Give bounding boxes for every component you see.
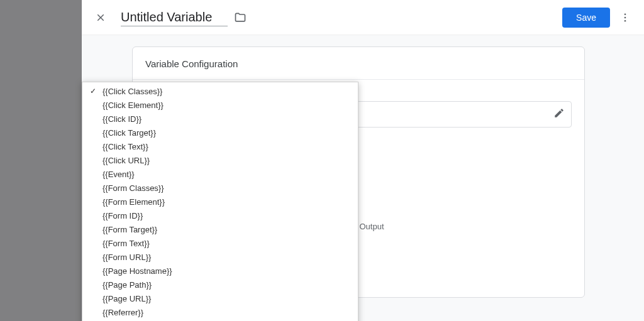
menu-item[interactable]: {{Click Element}} bbox=[82, 99, 358, 112]
svg-point-1 bbox=[625, 16, 626, 18]
menu-item[interactable]: {{Click URL}} bbox=[82, 154, 358, 168]
menu-item[interactable]: {{Form Classes}} bbox=[82, 182, 358, 195]
menu-item[interactable]: {{Form Target}} bbox=[82, 223, 358, 237]
menu-item[interactable]: {{Page URL}} bbox=[82, 292, 358, 306]
menu-item[interactable]: {{Click Classes}} bbox=[82, 85, 358, 99]
folder-icon[interactable] bbox=[234, 11, 247, 24]
panel-header: Save bbox=[82, 0, 644, 35]
card-title: Variable Configuration bbox=[133, 47, 584, 80]
close-icon bbox=[95, 12, 106, 23]
close-button[interactable] bbox=[91, 8, 111, 28]
svg-point-0 bbox=[625, 13, 626, 15]
menu-item[interactable]: {{Click ID}} bbox=[82, 112, 358, 126]
edit-button[interactable] bbox=[553, 107, 565, 121]
menu-item[interactable]: {{Form Element}} bbox=[82, 195, 358, 209]
slideout-panel: Save Variable Configuration Variable Typ… bbox=[82, 0, 644, 321]
save-button[interactable]: Save bbox=[562, 8, 610, 28]
pencil-icon bbox=[553, 107, 565, 119]
menu-item[interactable]: {{Page Hostname}} bbox=[82, 264, 358, 278]
svg-point-2 bbox=[625, 19, 626, 21]
menu-item[interactable]: {{Form URL}} bbox=[82, 251, 358, 264]
variable-name-input[interactable] bbox=[121, 9, 228, 26]
menu-item[interactable]: {{Event}} bbox=[82, 168, 358, 182]
menu-item[interactable]: {{Form Text}} bbox=[82, 237, 358, 251]
more-vert-icon bbox=[619, 12, 631, 23]
backdrop-overlay bbox=[0, 0, 82, 321]
menu-item[interactable]: {{Click Target}} bbox=[82, 126, 358, 140]
menu-item[interactable]: {{Referrer}} bbox=[82, 306, 358, 320]
variable-picker-menu: {{Click Classes}}{{Click Element}}{{Clic… bbox=[82, 82, 358, 321]
more-button[interactable] bbox=[615, 8, 635, 28]
menu-item[interactable]: {{Form ID}} bbox=[82, 209, 358, 223]
menu-item[interactable]: {{Page Path}} bbox=[82, 278, 358, 292]
menu-item[interactable]: {{Click Text}} bbox=[82, 140, 358, 154]
